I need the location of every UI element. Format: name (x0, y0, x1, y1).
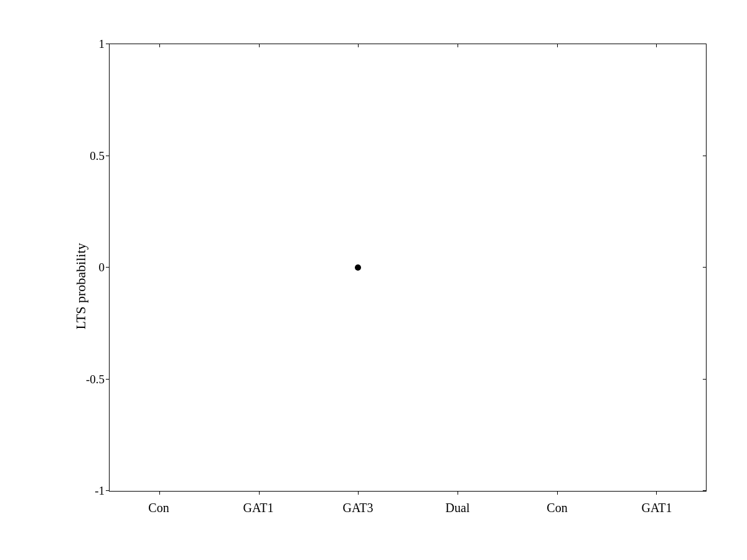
y-tick-label: 0.5 (90, 149, 105, 163)
y-axis-label: LTS probability (73, 243, 89, 329)
x-label-2: GAT3 (343, 501, 374, 515)
x-label-1: GAT1 (243, 501, 274, 515)
x-label-4: Con (547, 501, 567, 515)
y-tick-label: 1 (99, 37, 105, 51)
x-label-5: GAT1 (642, 501, 672, 515)
data-point (355, 264, 361, 271)
plot-area: 10.50-0.5-1 (109, 44, 707, 492)
chart-container: LTS probability 10.50-0.5-1 ConGAT1GAT3D… (0, 0, 747, 560)
x-axis-labels-container: ConGAT1GAT3DualConGAT1 (109, 495, 707, 541)
x-label-3: Dual (446, 501, 470, 515)
chart-wrapper: LTS probability 10.50-0.5-1 ConGAT1GAT3D… (65, 31, 719, 541)
y-tick-label: -0.5 (86, 373, 105, 386)
y-tick-label: -1 (95, 484, 105, 498)
x-label-0: Con (148, 501, 169, 515)
y-tick-label: 0 (99, 261, 105, 274)
